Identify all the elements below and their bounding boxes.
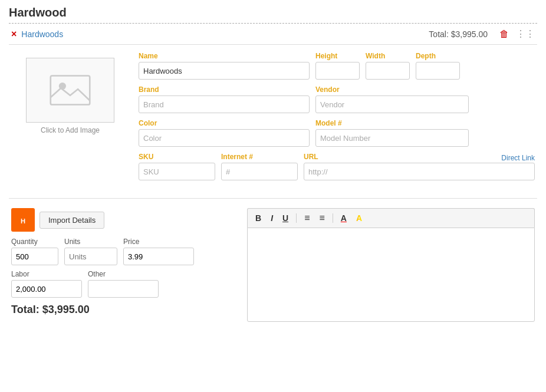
quantity-input[interactable] [11,248,58,265]
import-details-button[interactable]: Import Details [40,212,104,229]
underline-button[interactable]: U [279,212,291,224]
italic-button[interactable]: I [268,212,276,224]
qty-price-row: Quantity Units Price [11,238,235,265]
url-label-row: URL Direct Link [304,153,535,163]
image-placeholder[interactable] [26,58,114,123]
width-input[interactable] [366,62,410,80]
toolbar-separator-1 [296,213,297,223]
direct-link[interactable]: Direct Link [501,154,535,162]
color-field-group: Color [139,119,310,147]
internet-label: Internet # [221,153,298,161]
name-label: Name [139,52,310,60]
width-label: Width [366,52,410,60]
height-label: Height [315,52,360,60]
brand-label: Brand [139,85,310,94]
image-placeholder-icon [50,73,91,108]
height-field-group: Height [315,52,360,80]
close-button[interactable]: × [11,29,17,39]
other-input[interactable] [88,280,159,298]
price-label: Price [123,238,194,246]
bold-button[interactable]: B [252,212,264,224]
item-body: Click to Add Image Name Height Width [9,45,537,193]
trash-icon[interactable]: 🗑 [499,29,509,39]
model-input[interactable] [315,129,469,147]
units-group: Units [64,238,117,265]
internet-field-group: Internet # [221,153,298,180]
highlight-button[interactable]: A [353,212,365,224]
bottom-section: H Import Details Quantity Units Price [9,203,537,327]
font-color-button[interactable]: A [338,212,350,224]
divider [9,198,537,199]
left-bottom: H Import Details Quantity Units Price [11,208,235,322]
home-depot-logo: H [11,208,35,232]
svg-rect-0 [51,76,90,105]
page-wrapper: Hardwood × Hardwoods Total: $3,995.00 🗑 … [0,0,546,392]
item-name-label: Hardwoods [21,29,63,39]
image-caption[interactable]: Click to Add Image [41,126,100,134]
page-title: Hardwood [9,6,537,24]
vendor-label: Vendor [315,85,469,94]
fields-row-1: Name Height Width Depth [139,52,535,80]
fields-section: Name Height Width Depth [139,52,535,186]
ordered-list-button[interactable]: ≡ [301,212,313,225]
labor-group: Labor [11,270,82,298]
color-input[interactable] [139,129,310,147]
fields-row-2: Brand Vendor [139,85,535,113]
depth-label: Depth [416,52,460,60]
model-label: Model # [315,119,469,127]
editor-toolbar: B I U ≡ ≡ A A [247,208,535,228]
sku-label: SKU [139,153,215,161]
home-depot-icon: H [15,212,31,228]
sku-input[interactable] [139,163,215,180]
other-group: Other [88,270,159,298]
import-row: H Import Details [11,208,235,232]
depth-input[interactable] [416,62,460,80]
sku-field-group: SKU [139,153,215,180]
labor-other-row: Labor Other [11,270,235,298]
name-input[interactable] [139,62,310,80]
editor-area[interactable] [247,228,535,322]
fields-row-3: Color Model # [139,119,535,147]
url-label: URL [304,153,318,161]
color-label: Color [139,119,310,127]
name-field-group: Name [139,52,310,80]
labor-label: Labor [11,270,82,278]
item-header: × Hardwoods Total: $3,995.00 🗑 ⋮⋮ [9,24,537,45]
toolbar-separator-2 [333,213,333,223]
brand-input[interactable] [139,95,310,113]
url-input[interactable] [304,163,535,180]
drag-icon[interactable]: ⋮⋮ [516,28,535,39]
item-total-label: Total: $3,995.00 [429,29,488,39]
fields-row-4: SKU Internet # URL Direct Link [139,153,535,180]
units-input[interactable] [64,248,117,265]
internet-input[interactable] [221,163,298,180]
vendor-input[interactable] [315,95,469,113]
other-label: Other [88,270,159,278]
units-label: Units [64,238,117,246]
url-field-group: URL Direct Link [304,153,535,180]
quantity-group: Quantity [11,238,58,265]
height-input[interactable] [315,62,360,80]
width-field-group: Width [366,52,410,80]
image-section: Click to Add Image [11,52,129,186]
price-input[interactable] [123,248,194,265]
price-group: Price [123,238,194,265]
svg-text:H: H [21,218,25,225]
right-bottom: B I U ≡ ≡ A A [247,208,535,322]
page-total: Total: $3,995.00 [11,304,235,316]
unordered-list-button[interactable]: ≡ [316,212,327,225]
vendor-field-group: Vendor [315,85,469,113]
labor-input[interactable] [11,280,82,298]
model-field-group: Model # [315,119,469,147]
depth-field-group: Depth [416,52,460,80]
quantity-label: Quantity [11,238,58,246]
brand-field-group: Brand [139,85,310,113]
